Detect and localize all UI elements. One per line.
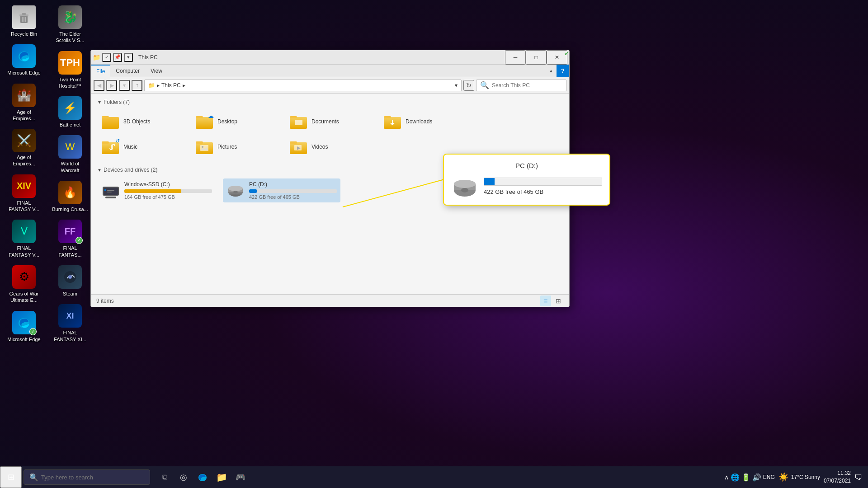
list-view-button[interactable]: ≡ bbox=[540, 296, 551, 306]
desktop-icon-wow[interactable]: W World of Warcraft bbox=[50, 133, 90, 175]
desktop-icon-steam[interactable]: Steam bbox=[50, 263, 90, 299]
drive-c[interactable]: Windows-SSD (C:) 164 GB free of 475 GB bbox=[98, 178, 216, 202]
tab-view[interactable]: View bbox=[145, 65, 168, 77]
taskbar-search-icon: 🔍 bbox=[29, 473, 38, 482]
desktop-icon-ff14[interactable]: XIV FINAL FANTASY V... bbox=[4, 173, 44, 215]
folder-downloads[interactable]: Downloads bbox=[380, 111, 471, 132]
taskbar-clock[interactable]: 11:32 07/07/2021 bbox=[824, 469, 851, 485]
steam-icon bbox=[58, 265, 82, 289]
ff14v-label: FINAL FANTASY V... bbox=[5, 245, 42, 258]
desktop-icon-battle-net[interactable]: ⚡ Battle.net bbox=[50, 94, 90, 130]
svg-point-50 bbox=[461, 188, 468, 192]
svg-rect-41 bbox=[105, 197, 116, 198]
search-box[interactable]: 🔍 bbox=[476, 80, 566, 91]
ff14w-label: FINAL FANTAS... bbox=[52, 245, 89, 258]
taskbar-weather[interactable]: ☀️ 17°C Sunny bbox=[778, 472, 820, 482]
edge2-label: Microsoft Edge bbox=[7, 336, 40, 343]
drives-label: Devices and drives (2) bbox=[104, 167, 157, 173]
tooltip-popup: PC (D:) 422 GB free of 465 GB bbox=[443, 154, 610, 206]
ff14-label: FINAL FANTASY V... bbox=[5, 200, 42, 213]
desktop-icon-edge2[interactable]: ✓ Microsoft Edge bbox=[4, 309, 44, 344]
drive-c-bar-fill bbox=[124, 189, 181, 193]
folder-documents-icon bbox=[290, 113, 308, 130]
minimize-button[interactable]: ─ bbox=[505, 50, 526, 65]
qat-pin-btn[interactable]: 📌 bbox=[113, 53, 122, 62]
taskbar-cortana[interactable]: ◎ bbox=[175, 468, 193, 486]
folder-pictures[interactable]: Pictures bbox=[192, 136, 283, 158]
folders-label: Folders (7) bbox=[104, 99, 130, 105]
tph-icon: TPH bbox=[58, 51, 82, 75]
tph-label: Two Point Hospital™ bbox=[52, 76, 89, 89]
steam-label: Steam bbox=[63, 291, 77, 297]
qat-down-btn[interactable]: ▾ bbox=[124, 53, 133, 62]
refresh-button[interactable]: ↻ bbox=[463, 80, 474, 91]
taskbar-edge[interactable] bbox=[193, 468, 212, 486]
desktop-icon-tes[interactable]: 🐉 The Elder Scrolls V S... bbox=[50, 4, 90, 46]
address-input[interactable]: 📁 ▸ This PC ▸ ▾ bbox=[144, 80, 462, 91]
help-button[interactable]: ? bbox=[557, 65, 569, 77]
taskbar-battery-icon[interactable]: 🔋 bbox=[741, 473, 750, 482]
folder-3d-objects[interactable]: ✔ 3D Objects bbox=[98, 111, 189, 132]
tooltip-space-text: 422 GB free of 465 GB bbox=[484, 188, 602, 195]
folder-music[interactable]: ↺ Music bbox=[98, 136, 189, 158]
desktop-icons-col2: 🐉 The Elder Scrolls V S... TPH Two Point… bbox=[50, 4, 90, 344]
drive-c-info: Windows-SSD (C:) 164 GB free of 475 GB bbox=[124, 181, 212, 200]
folders-section-header[interactable]: ▾ Folders (7) bbox=[98, 99, 562, 105]
start-button[interactable]: ⊞ bbox=[0, 466, 22, 488]
back-button[interactable]: ◀ bbox=[94, 80, 104, 91]
desktop-icon-aoe[interactable]: 🏰 Age of Empires... bbox=[4, 82, 44, 124]
folder-music-label: Music bbox=[123, 144, 137, 150]
svg-rect-28 bbox=[196, 141, 203, 144]
desktop-icon-gow[interactable]: ⚙ Gears of War Ultimate E... bbox=[4, 263, 44, 305]
folder-documents[interactable]: Documents bbox=[286, 111, 377, 132]
folder-downloads-icon bbox=[384, 113, 402, 130]
address-dropdown[interactable]: ▾ bbox=[455, 82, 458, 89]
drive-d[interactable]: PC (D:) 422 GB free of 465 GB bbox=[223, 178, 340, 202]
drive-c-icon bbox=[102, 182, 120, 200]
qat-checkmark-btn[interactable]: ✓ bbox=[102, 53, 111, 62]
svg-rect-33 bbox=[290, 141, 297, 144]
taskbar-search-box[interactable]: 🔍 bbox=[24, 469, 150, 485]
taskbar-xbox[interactable]: 🎮 bbox=[231, 468, 250, 486]
taskbar-file-explorer[interactable]: 📁 bbox=[212, 468, 231, 486]
taskbar-up-arrow-icon[interactable]: ∧ bbox=[724, 474, 729, 481]
maximize-button[interactable]: □ bbox=[526, 50, 547, 65]
taskbar-search-input[interactable] bbox=[41, 474, 144, 481]
bc-icon: 🔥 bbox=[58, 181, 82, 204]
drive-c-bar-bg bbox=[124, 189, 212, 193]
ribbon-expand-btn[interactable]: ▲ bbox=[546, 65, 557, 77]
window-title: This PC bbox=[138, 54, 158, 61]
folder-videos-label: Videos bbox=[311, 144, 328, 150]
tes-label: The Elder Scrolls V S... bbox=[52, 31, 89, 44]
forward-button[interactable]: ▶ bbox=[106, 80, 117, 91]
desktop-icon-tph[interactable]: TPH Two Point Hospital™ bbox=[50, 49, 90, 91]
svg-rect-25 bbox=[102, 141, 109, 144]
svg-point-49 bbox=[454, 180, 476, 188]
up-button[interactable]: ↑ bbox=[132, 80, 142, 91]
large-icons-view-button[interactable]: ⊞ bbox=[553, 296, 564, 306]
desktop-icon-recycle-bin[interactable]: Recycle Bin bbox=[4, 4, 44, 39]
svg-rect-15 bbox=[196, 116, 203, 118]
tab-file[interactable]: File bbox=[91, 65, 110, 77]
desktop-icon-ff-xi[interactable]: XI FINAL FANTASY XI... bbox=[50, 302, 90, 344]
taskbar-notification-icon[interactable]: 🗨 bbox=[854, 473, 863, 482]
taskbar-wifi-icon[interactable]: 🌐 bbox=[731, 473, 740, 482]
svg-rect-40 bbox=[107, 192, 112, 192]
tab-computer[interactable]: Computer bbox=[110, 65, 145, 77]
desktop-icon-ff14w[interactable]: ✓ FF FINAL FANTAS... bbox=[50, 218, 90, 260]
desktop-icon-bc[interactable]: 🔥 Burning Crusa... bbox=[50, 179, 90, 214]
folder-desktop[interactable]: ☁ Desktop bbox=[192, 111, 283, 132]
desktop-icon-ff14v[interactable]: Ⅴ FINAL FANTASY V... bbox=[4, 218, 44, 260]
folder-videos[interactable]: Videos bbox=[286, 136, 377, 158]
search-input[interactable] bbox=[492, 82, 562, 89]
recent-btn[interactable]: ▾ bbox=[119, 80, 130, 91]
battle-icon: ⚡ bbox=[58, 96, 82, 120]
taskbar-sys-icons: ∧ 🌐 🔋 🔊 ENG bbox=[724, 473, 775, 482]
taskbar-volume-icon[interactable]: 🔊 bbox=[752, 473, 761, 482]
svg-rect-12 bbox=[102, 116, 109, 118]
aoe-label: Age of Empires... bbox=[5, 109, 42, 122]
taskbar-task-view[interactable]: ⧉ bbox=[156, 468, 174, 486]
desktop-icon-edge[interactable]: Microsoft Edge bbox=[4, 42, 44, 78]
desktop-icon-aoe2[interactable]: ⚔️ Age of Empires... bbox=[4, 127, 44, 169]
address-crumb-next: ▸ bbox=[183, 82, 185, 89]
